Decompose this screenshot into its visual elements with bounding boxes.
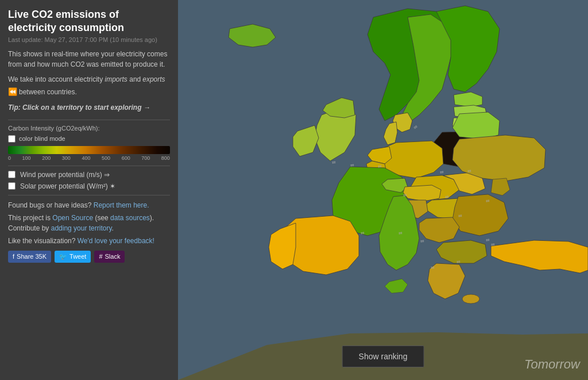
wind-power-row: Wind power potential (m/s) ⇒ xyxy=(8,171,170,179)
datasources-link[interactable]: data sources xyxy=(110,214,150,222)
twitter-icon: 🐦 xyxy=(59,253,67,260)
bottom-links: Found bugs or have ideas? Report them he… xyxy=(8,200,170,246)
svg-text:⇄: ⇄ xyxy=(431,265,435,270)
show-ranking-button[interactable]: Show ranking xyxy=(342,346,424,367)
page-title: Live CO2 emissions of electricity consum… xyxy=(8,8,170,34)
europe-map[interactable]: ⇄ ⇄ ⇄ ⇄ ⇄ ⇄ ⇄ ⇄ ⇄ ⇄ ⇄ ⇄ ⇄ ⇄ ⇄ ⇄ ⇄ xyxy=(178,0,588,380)
svg-text:⇄: ⇄ xyxy=(420,239,424,244)
bugs-text: Found bugs or have ideas? Report them he… xyxy=(8,200,170,210)
wind-label: Wind power potential (m/s) ⇒ xyxy=(20,171,110,179)
wind-checkbox[interactable] xyxy=(8,171,16,178)
map-panel[interactable]: ⇄ ⇄ ⇄ ⇄ ⇄ ⇄ ⇄ ⇄ ⇄ ⇄ ⇄ ⇄ ⇄ ⇄ ⇄ ⇄ ⇄ Show r… xyxy=(178,0,588,380)
svg-text:⇄: ⇄ xyxy=(378,164,382,169)
feedback-link[interactable]: We'd love your feedback! xyxy=(78,237,154,245)
svg-text:⇄: ⇄ xyxy=(458,213,462,218)
fb-icon: f xyxy=(13,253,14,260)
opensource-link[interactable]: Open Source xyxy=(52,214,93,222)
svg-text:⇄: ⇄ xyxy=(361,231,365,236)
svg-text:⇄: ⇄ xyxy=(457,259,461,264)
fb-label: Share 35K xyxy=(17,253,47,260)
contribute-link[interactable]: adding your territory xyxy=(51,224,112,232)
tip-text: Tip: Click on a territory to start explo… xyxy=(8,102,170,113)
twitter-button[interactable]: 🐦 Tweet xyxy=(55,251,91,263)
greek-islands xyxy=(462,294,479,304)
divider-1 xyxy=(8,120,170,120)
description-line1: This shows in real-time where your elect… xyxy=(8,49,170,70)
twitter-label: Tweet xyxy=(69,253,86,260)
solar-checkbox[interactable] xyxy=(8,182,16,190)
divider-3 xyxy=(8,195,170,195)
divider-2 xyxy=(8,166,170,166)
arrows-icon: ⏪ xyxy=(8,86,17,98)
gradient-bar xyxy=(8,146,170,154)
svg-text:⇄: ⇄ xyxy=(486,198,490,204)
carbon-intensity-label: Carbon Intensity (gCO2eq/kWh): xyxy=(8,125,170,132)
report-link[interactable]: Report them here. xyxy=(94,201,149,209)
solar-power-row: Solar power potential (W/m²) ✶ xyxy=(8,182,170,190)
colorblind-checkbox[interactable] xyxy=(8,135,16,143)
svg-text:⇄: ⇄ xyxy=(350,163,354,168)
solar-label: Solar power potential (W/m²) ✶ xyxy=(20,182,115,190)
last-update: Last update: May 27, 2017 7:00 PM (10 mi… xyxy=(8,36,170,43)
opensource-text: This project is Open Source (see data so… xyxy=(8,213,170,233)
svg-text:⇄: ⇄ xyxy=(467,168,471,174)
svg-text:⇄: ⇄ xyxy=(491,242,495,247)
feedback-text: Like the visualization? We'd love your f… xyxy=(8,236,170,246)
exports-line: We take into account electricity imports… xyxy=(8,74,170,98)
svg-text:⇄: ⇄ xyxy=(445,194,449,199)
slack-label: Slack xyxy=(105,253,121,260)
svg-text:⇄: ⇄ xyxy=(399,231,403,236)
svg-text:⇄: ⇄ xyxy=(440,170,444,175)
left-panel: Live CO2 emissions of electricity consum… xyxy=(0,0,178,380)
colorblind-row: color blind mode xyxy=(8,135,170,143)
svg-text:⇄: ⇄ xyxy=(332,160,336,165)
social-buttons: f Share 35K 🐦 Tweet # Slack xyxy=(8,251,170,263)
facebook-share-button[interactable]: f Share 35K xyxy=(8,251,51,263)
slack-button[interactable]: # Slack xyxy=(94,251,125,263)
gradient-labels: 0 100 200 300 400 500 600 700 800 xyxy=(8,155,170,161)
colorblind-label: color blind mode xyxy=(19,135,65,142)
svg-text:⇄: ⇄ xyxy=(403,193,407,198)
slack-icon: # xyxy=(99,253,102,260)
belarus[interactable] xyxy=(452,112,500,139)
svg-text:⇄: ⇄ xyxy=(486,237,490,243)
gradient-bar-container: color blind mode 0 100 200 300 400 500 6… xyxy=(8,135,170,161)
